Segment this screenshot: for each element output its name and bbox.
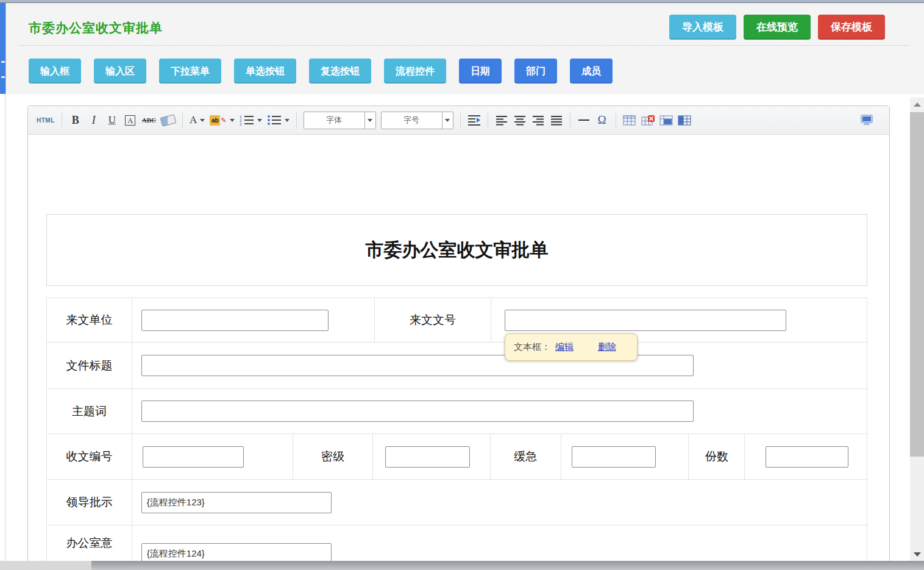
align-center-button[interactable] [513, 112, 527, 129]
widget-checkbox-button[interactable]: 复选按钮 [309, 59, 371, 84]
toolbar-separator [182, 112, 183, 128]
table-row: 文件标题 [46, 342, 867, 389]
incoming-doc-number-input[interactable] [505, 310, 786, 331]
online-preview-button[interactable]: 在线预览 [744, 15, 811, 40]
table-row: 领导批示 [46, 479, 867, 525]
table-cell-properties-button[interactable] [659, 112, 673, 129]
highlight-icon: ab [210, 115, 220, 126]
indent-icon [467, 115, 481, 126]
table-row: 主题词 [46, 388, 867, 434]
indent-button[interactable] [467, 112, 481, 129]
security-level-input[interactable] [385, 446, 470, 468]
left-strip-glyph [1, 76, 5, 78]
field-label: 来文单位 [47, 298, 132, 342]
horizontal-rule-icon [578, 119, 589, 121]
font-size-select[interactable]: 字号 [381, 112, 453, 129]
html-source-button[interactable]: HTML [37, 112, 55, 129]
field-label: 密级 [293, 434, 373, 479]
delete-table-button[interactable] [641, 112, 655, 129]
leader-comment-flow-control-input[interactable] [141, 492, 332, 513]
svg-text:3: 3 [240, 122, 242, 126]
up-arrow-icon [914, 102, 921, 107]
vertical-scrollbar[interactable] [910, 98, 924, 561]
widget-department-button[interactable]: 部门 [514, 59, 557, 84]
scroll-down-button[interactable] [910, 547, 924, 561]
align-right-button[interactable] [531, 112, 545, 129]
incoming-unit-input[interactable] [141, 310, 329, 331]
field-cell [561, 434, 689, 479]
tooltip-label: 文本框： [514, 341, 550, 353]
import-template-button[interactable]: 导入模板 [669, 15, 736, 40]
dropdown-caret-icon [257, 119, 262, 122]
widget-radio-button[interactable]: 单选按钮 [234, 59, 296, 84]
widget-date-button[interactable]: 日期 [459, 59, 502, 84]
editor-canvas[interactable]: 市委办公室收文审批单 来文单位 来文文号 文件标题 [28, 135, 889, 570]
unordered-list-icon [267, 115, 282, 126]
field-cell [373, 434, 491, 479]
toolbar-separator [460, 112, 461, 128]
toolbar-separator [570, 112, 570, 128]
action-buttons: 导入模板 在线预览 保存模板 [669, 15, 885, 40]
table-cell-icon [659, 115, 673, 126]
field-tooltip: 文本框： 编辑 删除 [505, 333, 638, 361]
ordered-list-button[interactable]: 1 2 3 [240, 112, 262, 129]
remove-format-eraser-button[interactable] [161, 112, 176, 129]
delete-link[interactable]: 删除 [598, 341, 616, 353]
field-cell [132, 480, 867, 525]
dropdown-caret-icon [285, 119, 290, 122]
table-row: 来文单位 来文文号 [46, 297, 867, 343]
down-arrow-icon [914, 552, 921, 557]
field-label: 份数 [689, 434, 745, 479]
form-table: 来文单位 来文文号 文件标题 主题词 [46, 298, 867, 570]
table-grid-icon [678, 115, 691, 126]
receipt-number-input[interactable] [143, 446, 244, 468]
underline-button[interactable]: U [105, 112, 119, 129]
bold-button[interactable]: B [69, 112, 82, 129]
widget-member-button[interactable]: 成员 [570, 59, 613, 84]
copies-input[interactable] [766, 446, 848, 468]
dropdown-caret-icon [368, 119, 372, 122]
widget-textarea-button[interactable]: 输入区 [94, 59, 146, 84]
field-label: 文件标题 [47, 343, 132, 388]
form-title-box: 市委办公室收文审批单 [46, 214, 867, 286]
unordered-list-button[interactable] [267, 112, 290, 129]
font-color-button[interactable]: A [190, 112, 205, 129]
special-character-button[interactable]: Ω [595, 112, 609, 129]
field-label: 主题词 [47, 389, 132, 433]
form-title: 市委办公室收文审批单 [366, 238, 549, 263]
scrollbar-thumb[interactable] [910, 112, 924, 457]
table-grid-button[interactable] [678, 112, 691, 129]
urgency-input[interactable] [572, 446, 656, 468]
align-left-button[interactable] [495, 112, 508, 129]
insert-table-button[interactable] [623, 112, 636, 129]
widget-button-row: 输入框 输入区 下拉菜单 单选按钮 复选按钮 流程控件 日期 部门 成员 [29, 59, 613, 84]
dropdown-button[interactable] [364, 112, 375, 129]
align-justify-button[interactable] [550, 112, 563, 129]
subject-words-input[interactable] [141, 401, 694, 422]
field-cell [132, 389, 867, 433]
header-panel: 市委办公室收文审批单 导入模板 在线预览 保存模板 输入框 输入区 下拉菜单 单… [5, 3, 924, 94]
widget-dropdown-button[interactable]: 下拉菜单 [159, 59, 221, 84]
toolbar-separator [296, 112, 297, 128]
scroll-up-button[interactable] [910, 98, 924, 111]
field-cell [132, 434, 294, 479]
font-family-select[interactable]: 字体 [304, 112, 376, 129]
italic-button[interactable]: I [87, 112, 101, 129]
fullscreen-button[interactable] [860, 112, 873, 129]
left-edge-strip [0, 3, 5, 94]
widget-flow-control-button[interactable]: 流程控件 [384, 59, 446, 84]
table-row: 收文编号 密级 缓急 份数 [46, 433, 867, 480]
widget-input-box-button[interactable]: 输入框 [29, 59, 81, 84]
horizontal-rule-button[interactable] [577, 112, 591, 129]
dropdown-button[interactable] [442, 112, 453, 129]
save-template-button[interactable]: 保存模板 [818, 15, 885, 40]
ordered-list-icon: 1 2 3 [240, 115, 254, 126]
format-a-button[interactable]: A [125, 115, 135, 126]
edit-link[interactable]: 编辑 [555, 341, 574, 353]
highlight-color-button[interactable]: ab✎ [210, 112, 234, 129]
align-left-icon [496, 115, 508, 126]
fullscreen-monitor-icon [860, 115, 873, 126]
toolbar-separator [488, 112, 488, 128]
pencil-icon: ✎ [221, 116, 226, 124]
strikethrough-button[interactable]: ABC [142, 112, 156, 129]
